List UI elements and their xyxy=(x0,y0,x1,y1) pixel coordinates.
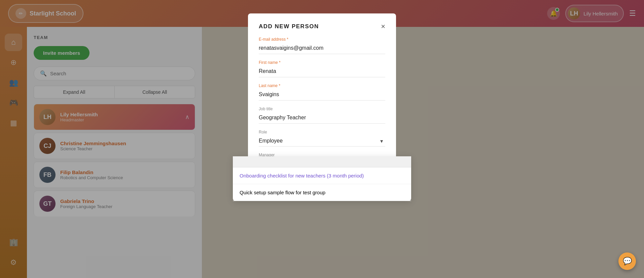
dropdown-item[interactable]: Onboarding checklist for new teachers (3… xyxy=(233,167,411,184)
add-person-modal: ADD NEW PERSON × E-mail address * First … xyxy=(248,13,396,175)
modal-header: ADD NEW PERSON × xyxy=(259,23,385,30)
dropdown-item[interactable]: Quick setup sample flow for test group xyxy=(233,184,411,201)
job-title-field-group: Job title xyxy=(259,107,385,124)
close-button[interactable]: × xyxy=(381,23,385,30)
email-input[interactable] xyxy=(259,43,385,54)
role-field-group: Role Employee Manager Admin ▼ xyxy=(259,130,385,147)
last-name-label: Last name * xyxy=(259,83,385,88)
job-title-label: Job title xyxy=(259,107,385,111)
role-select[interactable]: Employee Manager Admin xyxy=(259,136,385,147)
role-label: Role xyxy=(259,130,385,134)
modal-title: ADD NEW PERSON xyxy=(259,23,319,30)
first-name-label: First name * xyxy=(259,60,385,65)
onboarding-dropdown: Onboarding checklist for new teachers (3… xyxy=(233,156,411,201)
chat-bubble-button[interactable]: 💬 xyxy=(618,252,636,270)
job-title-input[interactable] xyxy=(259,113,385,124)
chat-icon: 💬 xyxy=(623,257,632,266)
email-label: E-mail address * xyxy=(259,37,385,42)
first-name-input[interactable] xyxy=(259,66,385,77)
first-name-field-group: First name * xyxy=(259,60,385,77)
last-name-field-group: Last name * xyxy=(259,83,385,101)
last-name-input[interactable] xyxy=(259,89,385,101)
email-field-group: E-mail address * xyxy=(259,37,385,54)
dropdown-search-area xyxy=(233,156,411,167)
role-select-wrapper: Employee Manager Admin ▼ xyxy=(259,136,385,147)
